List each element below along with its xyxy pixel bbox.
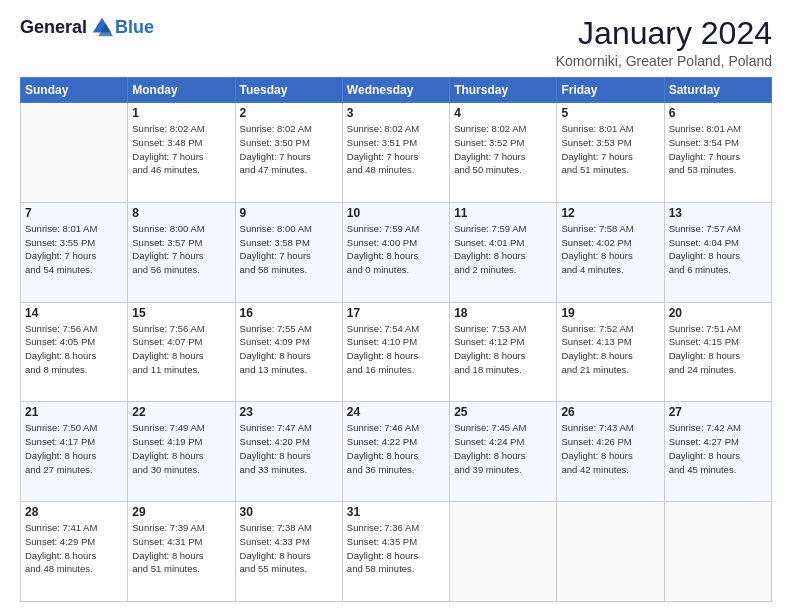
table-row: 12Sunrise: 7:58 AMSunset: 4:02 PMDayligh… <box>557 202 664 302</box>
day-number: 4 <box>454 106 552 120</box>
day-number: 1 <box>132 106 230 120</box>
col-header-monday: Monday <box>128 78 235 103</box>
day-number: 18 <box>454 306 552 320</box>
logo-area: General Blue <box>20 16 154 38</box>
table-row: 22Sunrise: 7:49 AMSunset: 4:19 PMDayligh… <box>128 402 235 502</box>
table-row: 19Sunrise: 7:52 AMSunset: 4:13 PMDayligh… <box>557 302 664 402</box>
table-row: 1Sunrise: 8:02 AMSunset: 3:48 PMDaylight… <box>128 103 235 203</box>
day-number: 25 <box>454 405 552 419</box>
table-row <box>450 502 557 602</box>
table-row: 21Sunrise: 7:50 AMSunset: 4:17 PMDayligh… <box>21 402 128 502</box>
day-info: Sunrise: 7:56 AMSunset: 4:07 PMDaylight:… <box>132 322 230 377</box>
table-row: 9Sunrise: 8:00 AMSunset: 3:58 PMDaylight… <box>235 202 342 302</box>
calendar-week-1: 1Sunrise: 8:02 AMSunset: 3:48 PMDaylight… <box>21 103 772 203</box>
col-header-tuesday: Tuesday <box>235 78 342 103</box>
day-info: Sunrise: 7:39 AMSunset: 4:31 PMDaylight:… <box>132 521 230 576</box>
day-number: 14 <box>25 306 123 320</box>
calendar-week-5: 28Sunrise: 7:41 AMSunset: 4:29 PMDayligh… <box>21 502 772 602</box>
day-number: 15 <box>132 306 230 320</box>
day-number: 31 <box>347 505 445 519</box>
day-info: Sunrise: 7:46 AMSunset: 4:22 PMDaylight:… <box>347 421 445 476</box>
col-header-friday: Friday <box>557 78 664 103</box>
day-number: 29 <box>132 505 230 519</box>
col-header-thursday: Thursday <box>450 78 557 103</box>
table-row: 4Sunrise: 8:02 AMSunset: 3:52 PMDaylight… <box>450 103 557 203</box>
col-header-saturday: Saturday <box>664 78 771 103</box>
table-row: 2Sunrise: 8:02 AMSunset: 3:50 PMDaylight… <box>235 103 342 203</box>
table-row <box>664 502 771 602</box>
table-row: 8Sunrise: 8:00 AMSunset: 3:57 PMDaylight… <box>128 202 235 302</box>
day-info: Sunrise: 8:02 AMSunset: 3:52 PMDaylight:… <box>454 122 552 177</box>
day-number: 10 <box>347 206 445 220</box>
day-number: 27 <box>669 405 767 419</box>
table-row <box>557 502 664 602</box>
day-number: 12 <box>561 206 659 220</box>
day-info: Sunrise: 7:52 AMSunset: 4:13 PMDaylight:… <box>561 322 659 377</box>
table-row: 28Sunrise: 7:41 AMSunset: 4:29 PMDayligh… <box>21 502 128 602</box>
day-info: Sunrise: 8:01 AMSunset: 3:54 PMDaylight:… <box>669 122 767 177</box>
day-number: 9 <box>240 206 338 220</box>
day-info: Sunrise: 7:42 AMSunset: 4:27 PMDaylight:… <box>669 421 767 476</box>
logo-text-general: General <box>20 17 87 38</box>
table-row: 5Sunrise: 8:01 AMSunset: 3:53 PMDaylight… <box>557 103 664 203</box>
table-row: 27Sunrise: 7:42 AMSunset: 4:27 PMDayligh… <box>664 402 771 502</box>
calendar-week-3: 14Sunrise: 7:56 AMSunset: 4:05 PMDayligh… <box>21 302 772 402</box>
location: Komorniki, Greater Poland, Poland <box>556 53 772 69</box>
table-row: 26Sunrise: 7:43 AMSunset: 4:26 PMDayligh… <box>557 402 664 502</box>
table-row: 13Sunrise: 7:57 AMSunset: 4:04 PMDayligh… <box>664 202 771 302</box>
logo: General Blue <box>20 16 154 38</box>
day-info: Sunrise: 7:51 AMSunset: 4:15 PMDaylight:… <box>669 322 767 377</box>
calendar-week-2: 7Sunrise: 8:01 AMSunset: 3:55 PMDaylight… <box>21 202 772 302</box>
table-row: 24Sunrise: 7:46 AMSunset: 4:22 PMDayligh… <box>342 402 449 502</box>
day-number: 2 <box>240 106 338 120</box>
day-number: 7 <box>25 206 123 220</box>
day-info: Sunrise: 7:43 AMSunset: 4:26 PMDaylight:… <box>561 421 659 476</box>
day-number: 26 <box>561 405 659 419</box>
table-row: 20Sunrise: 7:51 AMSunset: 4:15 PMDayligh… <box>664 302 771 402</box>
day-number: 19 <box>561 306 659 320</box>
day-info: Sunrise: 7:47 AMSunset: 4:20 PMDaylight:… <box>240 421 338 476</box>
day-number: 28 <box>25 505 123 519</box>
day-info: Sunrise: 7:59 AMSunset: 4:00 PMDaylight:… <box>347 222 445 277</box>
calendar-body: 1Sunrise: 8:02 AMSunset: 3:48 PMDaylight… <box>21 103 772 602</box>
day-info: Sunrise: 7:53 AMSunset: 4:12 PMDaylight:… <box>454 322 552 377</box>
day-info: Sunrise: 8:01 AMSunset: 3:55 PMDaylight:… <box>25 222 123 277</box>
table-row: 11Sunrise: 7:59 AMSunset: 4:01 PMDayligh… <box>450 202 557 302</box>
table-row: 29Sunrise: 7:39 AMSunset: 4:31 PMDayligh… <box>128 502 235 602</box>
col-header-sunday: Sunday <box>21 78 128 103</box>
month-title: January 2024 <box>556 16 772 51</box>
table-row: 17Sunrise: 7:54 AMSunset: 4:10 PMDayligh… <box>342 302 449 402</box>
logo-text-blue: Blue <box>115 17 154 38</box>
day-info: Sunrise: 7:58 AMSunset: 4:02 PMDaylight:… <box>561 222 659 277</box>
day-number: 22 <box>132 405 230 419</box>
day-info: Sunrise: 7:50 AMSunset: 4:17 PMDaylight:… <box>25 421 123 476</box>
day-number: 3 <box>347 106 445 120</box>
day-number: 30 <box>240 505 338 519</box>
day-number: 23 <box>240 405 338 419</box>
table-row: 15Sunrise: 7:56 AMSunset: 4:07 PMDayligh… <box>128 302 235 402</box>
page: General Blue January 2024 Komorniki, Gre… <box>0 0 792 612</box>
day-info: Sunrise: 8:01 AMSunset: 3:53 PMDaylight:… <box>561 122 659 177</box>
table-row: 14Sunrise: 7:56 AMSunset: 4:05 PMDayligh… <box>21 302 128 402</box>
day-number: 13 <box>669 206 767 220</box>
day-number: 20 <box>669 306 767 320</box>
day-info: Sunrise: 7:57 AMSunset: 4:04 PMDaylight:… <box>669 222 767 277</box>
calendar-header-row: Sunday Monday Tuesday Wednesday Thursday… <box>21 78 772 103</box>
day-number: 6 <box>669 106 767 120</box>
table-row: 31Sunrise: 7:36 AMSunset: 4:35 PMDayligh… <box>342 502 449 602</box>
day-info: Sunrise: 7:45 AMSunset: 4:24 PMDaylight:… <box>454 421 552 476</box>
day-info: Sunrise: 7:54 AMSunset: 4:10 PMDaylight:… <box>347 322 445 377</box>
day-info: Sunrise: 8:00 AMSunset: 3:57 PMDaylight:… <box>132 222 230 277</box>
header: General Blue January 2024 Komorniki, Gre… <box>20 16 772 69</box>
day-info: Sunrise: 8:02 AMSunset: 3:48 PMDaylight:… <box>132 122 230 177</box>
day-info: Sunrise: 7:41 AMSunset: 4:29 PMDaylight:… <box>25 521 123 576</box>
day-number: 24 <box>347 405 445 419</box>
day-number: 5 <box>561 106 659 120</box>
day-info: Sunrise: 7:49 AMSunset: 4:19 PMDaylight:… <box>132 421 230 476</box>
table-row: 23Sunrise: 7:47 AMSunset: 4:20 PMDayligh… <box>235 402 342 502</box>
day-info: Sunrise: 7:59 AMSunset: 4:01 PMDaylight:… <box>454 222 552 277</box>
table-row: 10Sunrise: 7:59 AMSunset: 4:00 PMDayligh… <box>342 202 449 302</box>
day-info: Sunrise: 7:36 AMSunset: 4:35 PMDaylight:… <box>347 521 445 576</box>
day-info: Sunrise: 7:38 AMSunset: 4:33 PMDaylight:… <box>240 521 338 576</box>
table-row: 6Sunrise: 8:01 AMSunset: 3:54 PMDaylight… <box>664 103 771 203</box>
